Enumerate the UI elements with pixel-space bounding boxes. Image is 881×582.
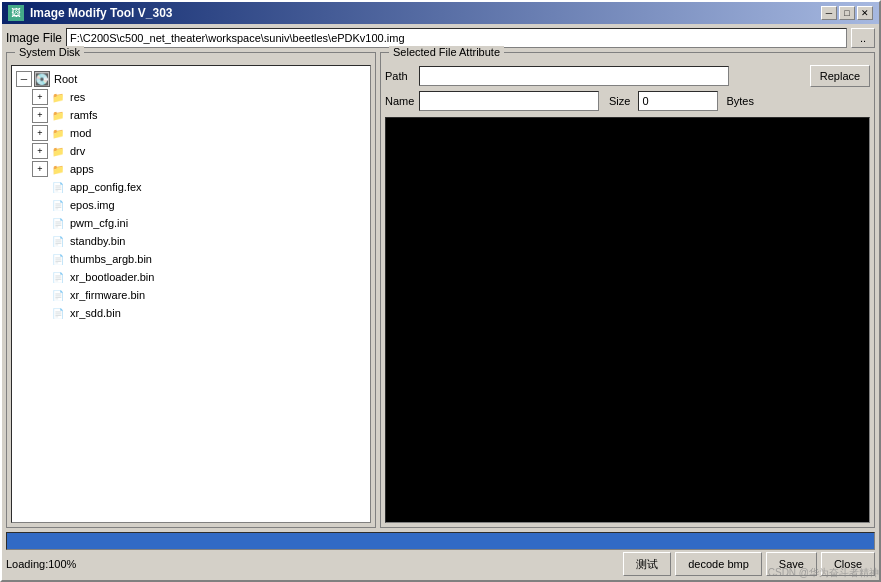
system-disk-legend: System Disk xyxy=(15,46,84,58)
tree-item-label: mod xyxy=(70,127,91,139)
path-label: Path xyxy=(385,70,415,82)
tree-item-label: res xyxy=(70,91,85,103)
tree-item[interactable]: 📄xr_bootloader.bin xyxy=(16,268,366,286)
tree-item[interactable]: 📄xr_sdd.bin xyxy=(16,304,366,322)
bottom-area: Loading:100% 测试 decode bmp Save Close xyxy=(6,532,875,576)
test-button[interactable]: 测试 xyxy=(623,552,671,576)
path-input[interactable] xyxy=(419,66,729,86)
window-title: Image Modify Tool V_303 xyxy=(30,6,172,20)
tree-item-label: apps xyxy=(70,163,94,175)
app-icon: 🖼 xyxy=(8,5,24,21)
tree-item[interactable]: +📁res xyxy=(16,88,366,106)
title-bar: 🖼 Image Modify Tool V_303 ─ □ ✕ xyxy=(2,2,879,24)
tree-item[interactable]: 📄pwm_cfg.ini xyxy=(16,214,366,232)
tree-item-label: thumbs_argb.bin xyxy=(70,253,152,265)
progress-bar-fill xyxy=(7,533,874,549)
tree-expander[interactable]: + xyxy=(32,89,48,105)
name-label: Name xyxy=(385,95,415,107)
tree-item[interactable]: 📄app_config.fex xyxy=(16,178,366,196)
tree-item-label: drv xyxy=(70,145,85,157)
image-file-label: Image File xyxy=(6,31,62,45)
preview-area xyxy=(385,117,870,523)
tree-item-label: pwm_cfg.ini xyxy=(70,217,128,229)
decode-bmp-button[interactable]: decode bmp xyxy=(675,552,762,576)
file-icon: 📄 xyxy=(50,269,66,285)
status-text: Loading:100% xyxy=(6,558,623,570)
tree-item[interactable]: ─💽Root xyxy=(16,70,366,88)
minimize-button[interactable]: ─ xyxy=(821,6,837,20)
title-bar-left: 🖼 Image Modify Tool V_303 xyxy=(8,5,172,21)
title-buttons: ─ □ ✕ xyxy=(821,6,873,20)
tree-item[interactable]: 📄thumbs_argb.bin xyxy=(16,250,366,268)
tree-expander[interactable]: + xyxy=(32,125,48,141)
tree-item[interactable]: +📁ramfs xyxy=(16,106,366,124)
tree-item-label: ramfs xyxy=(70,109,98,121)
watermark: CSDN @华为奋斗者精神 xyxy=(768,566,879,580)
replace-button[interactable]: Replace xyxy=(810,65,870,87)
file-icon: 📄 xyxy=(50,179,66,195)
selected-attr-panel: Selected File Attribute Path Replace Nam… xyxy=(380,52,875,528)
tree-item[interactable]: 📄epos.img xyxy=(16,196,366,214)
close-button[interactable]: ✕ xyxy=(857,6,873,20)
window-body: Image File .. System Disk ─💽Root+📁res+📁r… xyxy=(2,24,879,580)
file-icon: 📄 xyxy=(50,215,66,231)
folder-icon: 📁 xyxy=(50,143,66,159)
tree-expander[interactable]: + xyxy=(32,107,48,123)
tree-item-label: app_config.fex xyxy=(70,181,142,193)
tree-item-label: xr_firmware.bin xyxy=(70,289,145,301)
file-icon: 📄 xyxy=(50,233,66,249)
image-file-input[interactable] xyxy=(66,28,847,48)
tree-expander[interactable]: + xyxy=(32,161,48,177)
system-disk-panel: System Disk ─💽Root+📁res+📁ramfs+📁mod+📁drv… xyxy=(6,52,376,528)
main-panels: System Disk ─💽Root+📁res+📁ramfs+📁mod+📁drv… xyxy=(6,52,875,528)
tree-item[interactable]: +📁drv xyxy=(16,142,366,160)
tree-item[interactable]: 📄standby.bin xyxy=(16,232,366,250)
file-icon: 📄 xyxy=(50,305,66,321)
attr-rows: Path Replace Name Size Bytes xyxy=(385,65,870,111)
bytes-label: Bytes xyxy=(726,95,754,107)
name-input[interactable] xyxy=(419,91,599,111)
folder-icon: 📁 xyxy=(50,89,66,105)
tree-container[interactable]: ─💽Root+📁res+📁ramfs+📁mod+📁drv+📁apps📄app_c… xyxy=(11,65,371,523)
size-label: Size xyxy=(609,95,630,107)
tree-item[interactable]: 📄xr_firmware.bin xyxy=(16,286,366,304)
file-icon: 📄 xyxy=(50,197,66,213)
status-buttons-row: Loading:100% 测试 decode bmp Save Close xyxy=(6,552,875,576)
tree-item-label: xr_sdd.bin xyxy=(70,307,121,319)
folder-icon: 📁 xyxy=(50,125,66,141)
tree-expander[interactable]: + xyxy=(32,143,48,159)
folder-icon: 📁 xyxy=(50,107,66,123)
tree-item-label: epos.img xyxy=(70,199,115,211)
name-size-row: Name Size Bytes xyxy=(385,91,870,111)
progress-bar-container xyxy=(6,532,875,550)
main-window: 🖼 Image Modify Tool V_303 ─ □ ✕ Image Fi… xyxy=(0,0,881,582)
tree-item[interactable]: +📁apps xyxy=(16,160,366,178)
maximize-button[interactable]: □ xyxy=(839,6,855,20)
size-input[interactable] xyxy=(638,91,718,111)
file-icon: 📄 xyxy=(50,251,66,267)
tree-item-label: Root xyxy=(54,73,77,85)
tree-item[interactable]: +📁mod xyxy=(16,124,366,142)
path-row: Path Replace xyxy=(385,65,870,87)
tree-item-label: standby.bin xyxy=(70,235,125,247)
drive-icon: 💽 xyxy=(34,71,50,87)
file-icon: 📄 xyxy=(50,287,66,303)
selected-attr-legend: Selected File Attribute xyxy=(389,46,504,58)
browse-button[interactable]: .. xyxy=(851,28,875,48)
image-file-row: Image File .. xyxy=(6,28,875,48)
tree-item-label: xr_bootloader.bin xyxy=(70,271,154,283)
folder-icon: 📁 xyxy=(50,161,66,177)
tree-expander[interactable]: ─ xyxy=(16,71,32,87)
